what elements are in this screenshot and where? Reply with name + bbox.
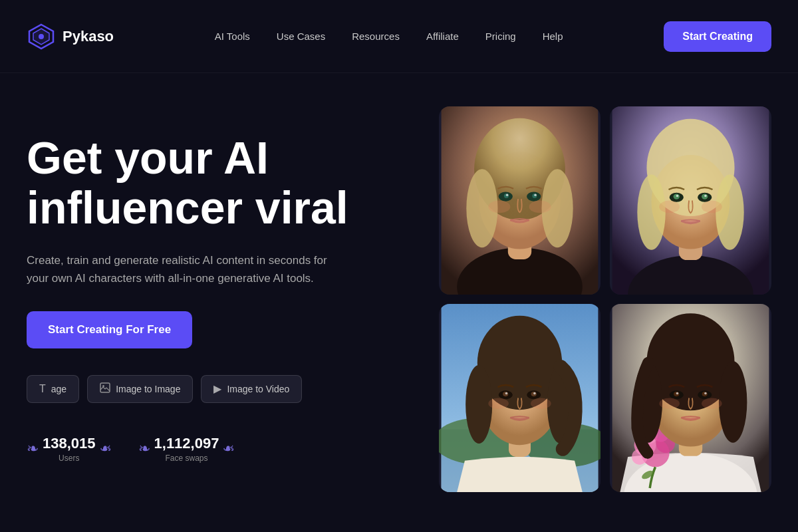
portrait-4 xyxy=(610,304,771,492)
portrait-2 xyxy=(610,106,771,295)
svg-point-18 xyxy=(488,201,510,213)
tool-tag-image-to-video[interactable]: ▶ Image to Video xyxy=(201,375,302,403)
tool-tags: T age Image to Image ▶ Image to Video xyxy=(27,375,412,403)
tool-tag-label-1: Image to Image xyxy=(116,384,180,394)
laurel-users: ❧ 138,015 Users ❧ xyxy=(27,435,112,463)
svg-point-17 xyxy=(534,194,537,196)
stats-section: ❧ 138,015 Users ❧ ❧ 1,112,097 Face swaps… xyxy=(27,435,412,463)
svg-point-33 xyxy=(659,201,680,213)
brand-name: Pykaso xyxy=(63,28,114,45)
nav-link-affiliate[interactable]: Affiliate xyxy=(426,31,459,42)
svg-point-50 xyxy=(533,392,536,395)
svg-point-74 xyxy=(702,398,722,410)
tool-tag-label-0: age xyxy=(51,384,66,394)
hero-title-line1: Get your AI xyxy=(27,132,269,183)
svg-point-52 xyxy=(531,398,551,410)
hero-title-line2: influencer viral xyxy=(27,182,348,233)
tool-tag-text-to-image[interactable]: T age xyxy=(27,375,79,403)
svg-point-49 xyxy=(505,392,508,395)
svg-point-72 xyxy=(704,392,707,395)
laurel-right-icon: ❧ xyxy=(100,440,112,458)
navbar: Pykaso AI Tools Use Cases Resources Affi… xyxy=(0,0,798,73)
laurel-face-swaps: ❧ 1,112,097 Face swaps ❧ xyxy=(138,435,235,463)
stat-face-swaps: ❧ 1,112,097 Face swaps ❧ xyxy=(138,435,235,463)
laurel-left-icon: ❧ xyxy=(27,440,39,458)
nav-link-help[interactable]: Help xyxy=(543,31,563,42)
portrait-1 xyxy=(439,106,600,295)
start-creating-button[interactable]: Start Creating xyxy=(664,21,771,52)
svg-point-71 xyxy=(676,392,679,395)
nav-link-ai-tools[interactable]: AI Tools xyxy=(215,31,250,42)
logo-icon xyxy=(27,22,56,51)
svg-rect-3 xyxy=(100,383,110,392)
hero-subtitle: Create, train and generate realistic AI … xyxy=(27,251,346,287)
svg-point-25 xyxy=(637,175,665,250)
svg-point-31 xyxy=(676,195,679,198)
svg-point-34 xyxy=(702,201,722,213)
svg-point-51 xyxy=(488,398,509,410)
stat-faceswaps-number: 1,112,097 xyxy=(154,435,219,452)
video-icon: ▶ xyxy=(213,382,221,395)
cta-button[interactable]: Start Creating For Free xyxy=(27,311,192,348)
nav-link-use-cases[interactable]: Use Cases xyxy=(277,31,325,42)
portrait-3 xyxy=(439,304,600,492)
nav-link-pricing[interactable]: Pricing xyxy=(485,31,516,42)
tool-tag-label-2: Image to Video xyxy=(227,384,289,394)
svg-point-16 xyxy=(506,194,509,196)
tool-tag-image-to-image[interactable]: Image to Image xyxy=(87,375,193,403)
svg-point-4 xyxy=(102,385,104,387)
text-icon: T xyxy=(39,383,46,395)
stat-users: ❧ 138,015 Users ❧ xyxy=(27,435,112,463)
hero-images-grid xyxy=(439,106,771,492)
stat-users-number: 138,015 xyxy=(43,435,96,452)
stat-users-label: Users xyxy=(43,454,96,463)
nav-link-resources[interactable]: Resources xyxy=(352,31,400,42)
hero-title: Get your AI influencer viral xyxy=(27,133,412,233)
svg-point-43 xyxy=(466,365,492,444)
image-icon xyxy=(100,382,110,396)
svg-point-73 xyxy=(659,398,680,410)
laurel-right-icon-2: ❧ xyxy=(223,440,235,458)
svg-point-2 xyxy=(39,34,44,39)
logo[interactable]: Pykaso xyxy=(27,22,114,51)
nav-links: AI Tools Use Cases Resources Affiliate P… xyxy=(215,31,563,42)
svg-point-26 xyxy=(716,175,743,250)
svg-point-19 xyxy=(529,201,551,213)
hero-section: Get your AI influencer viral Create, tra… xyxy=(0,73,798,532)
hero-content: Get your AI influencer viral Create, tra… xyxy=(27,113,412,463)
svg-point-32 xyxy=(704,195,707,198)
stat-faceswaps-label: Face swaps xyxy=(154,454,219,463)
laurel-left-icon-2: ❧ xyxy=(138,440,150,458)
svg-point-66 xyxy=(719,361,747,443)
